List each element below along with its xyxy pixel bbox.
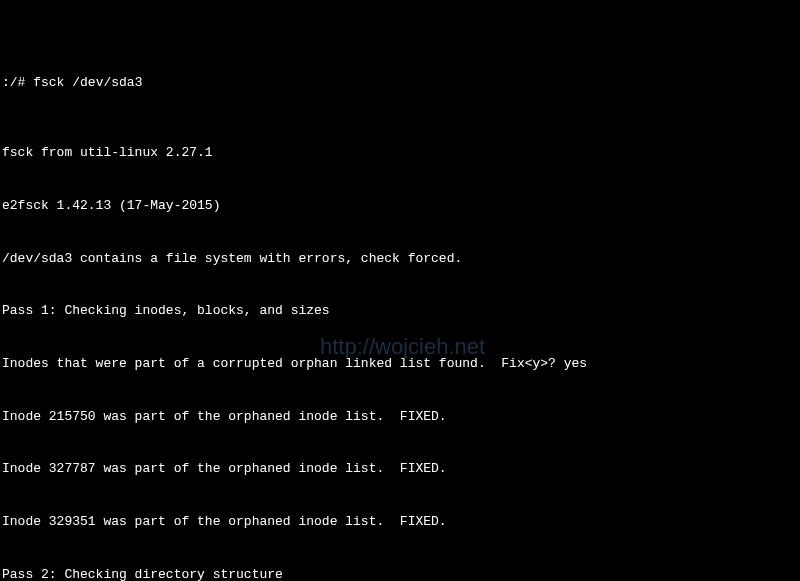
output-line: e2fsck 1.42.13 (17-May-2015) — [2, 197, 798, 215]
output-line: Inodes that were part of a corrupted orp… — [2, 355, 798, 373]
output-line: Inode 329351 was part of the orphaned in… — [2, 513, 798, 531]
output-line: fsck from util-linux 2.27.1 — [2, 144, 798, 162]
command-input[interactable]: fsck /dev/sda3 — [33, 74, 142, 92]
output-line: /dev/sda3 contains a file system with er… — [2, 250, 798, 268]
output-line: Inode 327787 was part of the orphaned in… — [2, 460, 798, 478]
output-line: Pass 1: Checking inodes, blocks, and siz… — [2, 302, 798, 320]
shell-prompt: :/# — [2, 74, 33, 92]
terminal-output: fsck from util-linux 2.27.1 e2fsck 1.42.… — [2, 109, 798, 581]
output-line: Pass 2: Checking directory structure — [2, 566, 798, 582]
command-line[interactable]: :/# fsck /dev/sda3 — [2, 74, 798, 92]
output-line: Inode 215750 was part of the orphaned in… — [2, 408, 798, 426]
